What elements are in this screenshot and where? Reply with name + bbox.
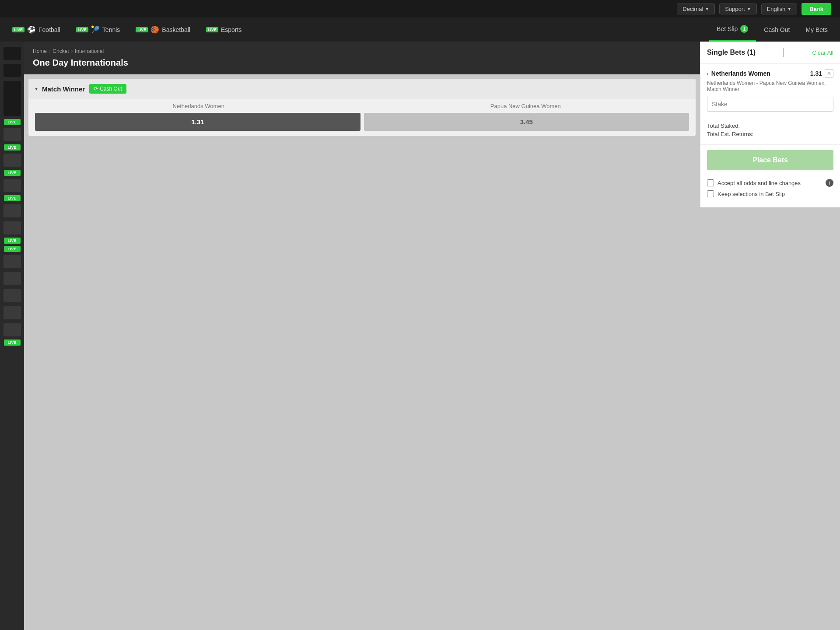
sidebar-item <box>4 306 21 319</box>
sidebar-live-tag: LIVE <box>4 170 21 176</box>
cashout-tab[interactable]: Cash Out <box>756 18 798 42</box>
page-header: Home › Cricket › International One Day I… <box>24 42 700 74</box>
sidebar-item <box>4 179 21 192</box>
team2-label: Papua New Guinea Women <box>362 103 690 109</box>
support-arrow-icon: ▼ <box>747 7 751 11</box>
total-returns-row: Total Est. Returns: <box>707 131 833 137</box>
bank-button[interactable]: Bank <box>802 3 831 15</box>
support-label: Support <box>725 6 745 12</box>
nav-item-esports[interactable]: LIVE Esports <box>198 18 249 42</box>
keep-selections-label: Keep selections in Bet Slip <box>718 191 785 197</box>
sidebar-item <box>4 272 21 285</box>
breadcrumb: Home › Cricket › International <box>33 48 691 54</box>
nav-item-tennis[interactable]: LIVE 🎾 Tennis <box>68 18 128 42</box>
sidebar-live-tag: LIVE <box>4 340 21 346</box>
market-section: ▾ Match Winner ⟳ Cash Out Netherlands Wo… <box>28 79 696 136</box>
bet-selection-name: Netherlands Women <box>711 70 770 77</box>
total-staked-label: Total Staked: <box>707 122 740 129</box>
sidebar-live-tag: LIVE <box>4 238 21 244</box>
sidebar-item <box>4 128 21 141</box>
header-separator <box>784 48 784 57</box>
breadcrumb-home[interactable]: Home <box>33 48 47 54</box>
decimal-arrow-icon: ▼ <box>705 7 709 11</box>
betslip-panel: Single Bets (1) Clear All › Netherlands … <box>700 42 840 207</box>
tennis-icon: 🎾 <box>91 25 100 34</box>
bet-description: Netherlands Women - Papua New Guinea Wom… <box>707 80 833 92</box>
sidebar-item <box>4 221 21 234</box>
esports-label: Esports <box>221 26 242 33</box>
option-row-2: Keep selections in Bet Slip <box>707 190 833 197</box>
cashout-icon: ⟳ <box>94 86 98 92</box>
sidebar-item <box>4 289 21 302</box>
language-arrow-icon: ▼ <box>787 7 791 11</box>
sidebar-live-tag: LIVE <box>4 119 21 125</box>
nav-item-football[interactable]: LIVE ⚽ Football <box>4 18 68 42</box>
bet-item-header: › Netherlands Women 1.31 ✕ <box>707 69 833 78</box>
cashout-badge-label: Cash Out <box>100 86 122 92</box>
team1-label: Netherlands Women <box>35 103 362 109</box>
sidebar-item <box>4 64 21 77</box>
betslip-header: Single Bets (1) Clear All <box>700 42 840 64</box>
breadcrumb-sep: › <box>71 49 73 54</box>
esports-live-badge: LIVE <box>206 27 218 32</box>
sidebar-live-tag: LIVE <box>4 246 21 252</box>
market-title: Match Winner <box>42 85 85 93</box>
bet-odds: 1.31 <box>810 70 822 77</box>
odds1-button[interactable]: 1.31 <box>35 113 360 131</box>
odds2-button[interactable]: 3.45 <box>364 113 690 131</box>
decimal-label: Decimal <box>682 6 703 12</box>
breadcrumb-sep: › <box>49 49 50 54</box>
info-icon[interactable]: i <box>826 179 833 187</box>
decimal-button[interactable]: Decimal ▼ <box>677 4 715 14</box>
basketball-live-badge: LIVE <box>136 27 148 32</box>
football-icon: ⚽ <box>27 25 36 34</box>
place-bets-button[interactable]: Place Bets <box>707 150 833 170</box>
betslip-label: Bet Slip <box>717 25 738 32</box>
total-returns-label: Total Est. Returns: <box>707 131 753 137</box>
market-header: ▾ Match Winner ⟳ Cash Out <box>28 79 696 99</box>
basketball-label: Basketball <box>162 26 190 33</box>
football-label: Football <box>38 26 60 33</box>
tennis-live-badge: LIVE <box>76 27 88 32</box>
collapse-icon[interactable]: ▾ <box>35 86 38 92</box>
betslip-tab[interactable]: Bet Slip 1 <box>709 18 756 42</box>
left-sidebar: LIVE LIVE LIVE LIVE LIVE LIVE LIVE <box>0 42 24 630</box>
accept-odds-checkbox[interactable] <box>707 179 714 186</box>
remove-bet-button[interactable]: ✕ <box>825 69 833 78</box>
keep-selections-checkbox[interactable] <box>707 190 714 197</box>
breadcrumb-international[interactable]: International <box>75 48 104 54</box>
mybets-label: My Bets <box>805 26 828 33</box>
option-row-1: Accept all odds and line changes i <box>707 179 833 187</box>
nav-bar: LIVE ⚽ Football LIVE 🎾 Tennis LIVE 🏀 Bas… <box>0 18 840 42</box>
sidebar-live-tag: LIVE <box>4 195 21 201</box>
sidebar-item <box>4 204 21 217</box>
expand-icon[interactable]: › <box>707 71 709 76</box>
page-title: One Day Internationals <box>33 58 691 68</box>
market-teams: Netherlands Women Papua New Guinea Women <box>28 99 696 113</box>
sidebar-item <box>4 47 21 60</box>
nav-item-basketball[interactable]: LIVE 🏀 Basketball <box>128 18 198 42</box>
bet-item: › Netherlands Women 1.31 ✕ Netherlands W… <box>700 64 840 117</box>
support-button[interactable]: Support ▼ <box>719 4 756 14</box>
clear-all-button[interactable]: Clear All <box>812 49 833 56</box>
sidebar-item <box>4 154 21 167</box>
sidebar-live-tag: LIVE <box>4 144 21 150</box>
totals-section: Total Staked: Total Est. Returns: <box>700 117 840 145</box>
betslip-title: Single Bets (1) <box>707 49 756 56</box>
basketball-icon: 🏀 <box>150 25 159 34</box>
stake-input[interactable] <box>707 97 833 112</box>
language-button[interactable]: English ▼ <box>761 4 798 14</box>
nav-right: Bet Slip 1 Cash Out My Bets <box>709 18 836 42</box>
sidebar-item <box>4 255 21 268</box>
cashout-badge[interactable]: ⟳ Cash Out <box>89 84 126 94</box>
bank-label: Bank <box>809 6 823 12</box>
top-bar: Decimal ▼ Support ▼ English ▼ Bank <box>0 0 840 18</box>
options-section: Accept all odds and line changes i Keep … <box>700 175 840 207</box>
betslip-count-badge: 1 <box>740 25 748 33</box>
breadcrumb-cricket[interactable]: Cricket <box>52 48 69 54</box>
accept-odds-label: Accept all odds and line changes <box>718 180 801 186</box>
language-label: English <box>767 6 786 12</box>
mybets-tab[interactable]: My Bets <box>798 18 836 42</box>
cashout-label: Cash Out <box>764 26 790 33</box>
page-layout: LIVE LIVE LIVE LIVE LIVE LIVE LIVE Home … <box>0 42 840 630</box>
